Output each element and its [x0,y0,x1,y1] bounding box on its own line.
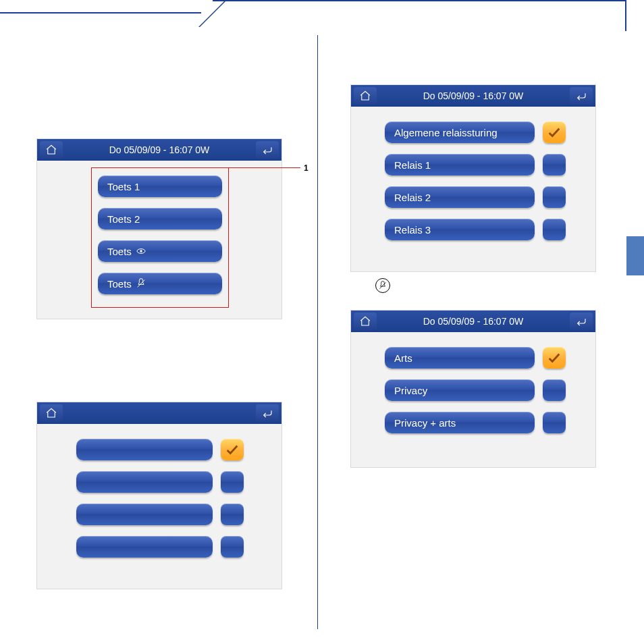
mode-label: Arts [394,352,412,364]
page-border-diagonal [173,0,227,27]
option-row [76,536,272,558]
option-checkbox[interactable] [221,504,244,525]
page-border-right [625,0,626,31]
titlebar: Do 05/09/09 - 16:07 0W [37,139,281,161]
relais-button-3[interactable]: Relais 3 [385,219,535,240]
return-arrow-icon [261,144,273,156]
titlebar [37,402,281,424]
page-border-line-top [213,0,626,1]
option-button[interactable] [76,471,213,493]
relais-label: Relais 1 [394,159,431,171]
home-button[interactable] [40,141,63,159]
titlebar: Do 05/09/09 - 16:07 0W [351,85,595,107]
option-checkbox[interactable] [543,219,566,240]
screen-toets: Do 05/09/09 - 16:07 0W Toets 1 Toets 2 T… [37,139,281,319]
screen-relais: Do 05/09/09 - 16:07 0W Algemene relaisst… [351,85,595,271]
check-icon [547,125,562,140]
option-row: Privacy + arts [385,412,586,433]
relais-button-1[interactable]: Relais 1 [385,154,535,176]
mode-button-privacy-arts[interactable]: Privacy + arts [385,412,535,433]
relais-label: Algemene relaissturing [394,127,498,138]
page-border-line [0,12,201,14]
mode-button-privacy[interactable]: Privacy [385,379,535,401]
back-button[interactable] [256,141,279,159]
option-row [76,471,272,493]
titlebar-datetime: Do 05/09/09 - 16:07 0W [379,316,567,327]
option-checkbox[interactable] [221,536,244,558]
relais-label: Relais 3 [394,224,431,236]
relais-button-master[interactable]: Algemene relaissturing [385,122,535,143]
home-icon [45,144,57,156]
option-row: Algemene relaissturing [385,122,586,143]
return-arrow-icon [575,90,587,102]
option-checkbox-selected[interactable] [221,439,244,460]
return-arrow-icon [575,315,587,327]
relais-button-2[interactable]: Relais 2 [385,186,535,208]
option-button[interactable] [76,439,213,460]
screen-arts-privacy: Do 05/09/09 - 16:07 0W Arts Privacy Priv… [351,311,595,467]
check-icon [547,350,562,365]
option-row: Privacy [385,379,586,401]
callout-number-1: 1 [304,163,308,173]
return-arrow-icon [261,407,273,419]
titlebar-datetime: Do 05/09/09 - 16:07 0W [379,90,567,101]
screen-blank-options [37,402,281,589]
check-icon [225,442,240,457]
titlebar: Do 05/09/09 - 16:07 0W [351,311,595,332]
option-checkbox[interactable] [221,471,244,493]
titlebar-datetime: Do 05/09/09 - 16:07 0W [65,144,253,155]
footnote-bell-off-icon [375,278,390,293]
option-button[interactable] [76,504,213,525]
page-edge-tab [626,236,644,275]
page-center-divider [317,35,318,629]
callout-leader-1 [229,167,300,168]
option-row: Relais 3 [385,219,586,240]
option-checkbox[interactable] [543,412,566,433]
option-row [76,439,272,460]
mode-button-arts[interactable]: Arts [385,347,535,369]
mode-label: Privacy [394,385,427,396]
option-checkbox-selected[interactable] [543,347,566,369]
option-row: Relais 1 [385,154,586,176]
home-icon [359,315,371,327]
home-button[interactable] [354,313,377,330]
relais-label: Relais 2 [394,192,431,203]
option-row: Arts [385,347,586,369]
home-icon [359,90,371,102]
home-button[interactable] [354,87,377,105]
option-checkbox[interactable] [543,379,566,401]
back-button[interactable] [256,404,279,422]
option-row [76,504,272,525]
option-button[interactable] [76,536,213,558]
option-row: Relais 2 [385,186,586,208]
back-button[interactable] [570,87,593,105]
option-checkbox[interactable] [543,154,566,176]
home-icon [45,407,57,419]
callout-box-1 [91,167,229,308]
mode-label: Privacy + arts [394,417,456,429]
back-button[interactable] [570,313,593,330]
option-checkbox-selected[interactable] [543,122,566,143]
home-button[interactable] [40,404,63,422]
option-checkbox[interactable] [543,186,566,208]
